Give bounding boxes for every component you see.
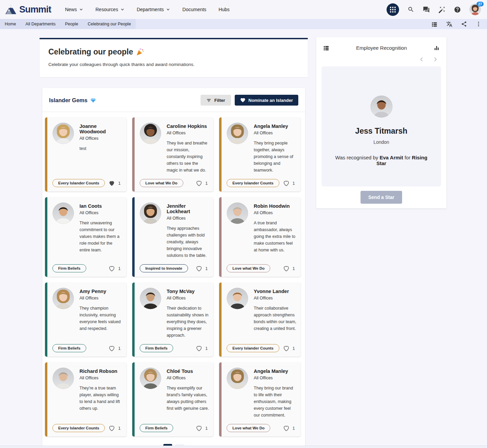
carousel-next-icon[interactable]: [433, 57, 438, 62]
nav-menus: NewsResourcesDepartmentsDocumentsHubs: [60, 4, 235, 15]
breadcrumb-item[interactable]: Home: [0, 19, 21, 29]
value-badge: Firm Beliefs: [52, 344, 86, 352]
share-icon[interactable]: [461, 21, 467, 27]
likes: 1: [283, 345, 297, 352]
person-name: Angela Manley: [254, 124, 297, 129]
card-footer: Love what We Do 1: [227, 259, 297, 272]
card-top: Richard Robson All Offices They're a tru…: [52, 367, 122, 412]
person-name: Jennifer Lockheart: [167, 203, 210, 214]
bar-chart-icon[interactable]: [434, 45, 440, 51]
person-office: All Offices: [79, 210, 122, 215]
person-office: All Offices: [167, 376, 210, 380]
like-count: 1: [293, 346, 295, 351]
avatar: [227, 122, 248, 144]
heart-icon[interactable]: [108, 180, 115, 187]
like-count: 1: [205, 181, 208, 186]
recognition-text: Their unwavering commitment to our value…: [79, 220, 122, 253]
value-badge: Every Islander Counts: [227, 344, 279, 352]
nav-menu-documents[interactable]: Documents: [177, 4, 211, 15]
recognition-card: Caroline Hopkins All Offices They live a…: [132, 117, 214, 192]
nav-menu-departments[interactable]: Departments: [132, 4, 175, 15]
likes: 1: [195, 345, 209, 352]
like-count: 1: [118, 181, 120, 186]
person-name: Chloé Tous: [167, 368, 210, 374]
avatar: [52, 202, 74, 224]
employee-recognition-widget: Employee Recognition Jess Titmarsh Londo…: [316, 37, 446, 208]
person-office: All Offices: [167, 131, 210, 135]
heart-icon[interactable]: [195, 265, 203, 272]
kebab-menu-icon[interactable]: [476, 21, 482, 27]
person-name: Robin Hoodwin: [254, 203, 297, 209]
value-badge: Love what We Do: [140, 179, 183, 187]
send-a-star-button[interactable]: Send a Star: [361, 191, 402, 204]
nav-menu-news[interactable]: News: [60, 4, 88, 15]
nav-menu-hubs[interactable]: Hubs: [213, 4, 235, 15]
chevron-down-icon: [166, 7, 170, 12]
recognition-text: They exemplify our brand's family values…: [167, 385, 210, 412]
search-icon[interactable]: [408, 6, 414, 13]
heart-icon[interactable]: [108, 425, 115, 432]
breadcrumb-item[interactable]: Celebrating our People: [83, 19, 136, 29]
user-avatar[interactable]: 27: [469, 4, 481, 15]
heart-icon[interactable]: [283, 425, 290, 432]
likes: 1: [108, 425, 122, 432]
carousel-prev-icon[interactable]: [419, 57, 424, 62]
help-icon[interactable]: [454, 6, 461, 13]
card-text-column: Caroline Hopkins All Offices They live a…: [167, 122, 210, 174]
list-view-icon[interactable]: [431, 21, 438, 27]
recognition-text: They live and breathe our mission, const…: [167, 140, 210, 174]
heart-icon[interactable]: [283, 265, 290, 272]
page-subtitle: Celebrate your colleagues through quick …: [48, 62, 299, 67]
heart-icon[interactable]: [108, 345, 115, 352]
breadcrumb-bar: HomeAll DepartmentsPeopleCelebrating our…: [0, 19, 487, 29]
avatar: [140, 202, 161, 224]
translate-icon[interactable]: [446, 21, 453, 27]
card-top: Angela Manley All Offices They bring our…: [227, 367, 297, 419]
heart-icon[interactable]: [108, 265, 115, 272]
card-footer: Firm Beliefs 1: [140, 419, 210, 432]
heart-icon[interactable]: [195, 345, 203, 352]
like-count: 1: [293, 181, 295, 186]
card-footer: Love what We Do 1: [140, 174, 210, 187]
breadcrumb-item[interactable]: People: [60, 19, 83, 29]
card-text-column: Joanne Woodwood All Offices test: [79, 122, 122, 152]
list-icon[interactable]: [323, 45, 329, 51]
recognition-text: test: [79, 145, 122, 152]
breadcrumb: HomeAll DepartmentsPeopleCelebrating our…: [0, 19, 136, 29]
nominate-button[interactable]: Nominate an Islander: [235, 95, 298, 106]
like-count: 1: [118, 346, 120, 351]
nominate-button-label: Nominate an Islander: [249, 98, 293, 103]
value-badge: Inspired to Innovate: [140, 264, 188, 272]
recognition-text: A true brand ambassador, always going th…: [254, 220, 297, 253]
summit-logo[interactable]: Summit: [5, 4, 51, 15]
like-count: 1: [205, 346, 208, 351]
card-top: Robin Hoodwin All Offices A true brand a…: [227, 202, 297, 253]
recognition-card: Angela Manley All Offices They bring peo…: [219, 117, 301, 192]
card-text-column: Amy Penny All Offices They champion incl…: [79, 288, 122, 332]
apps-grid-button[interactable]: [387, 3, 399, 16]
value-badge: Firm Beliefs: [52, 264, 86, 272]
left-column: Celebrating our people Celebrate your co…: [40, 29, 308, 448]
magic-wand-icon[interactable]: [438, 6, 445, 13]
breadcrumb-item[interactable]: All Departments: [21, 19, 60, 29]
heart-icon[interactable]: [195, 180, 203, 187]
likes: 1: [108, 180, 122, 187]
card-top: Yvonne Lander All Offices Their collabor…: [227, 288, 297, 332]
cards-grid: Joanne Woodwood All Offices test Every I…: [42, 112, 305, 439]
widget-title: Employee Recognition: [329, 45, 434, 51]
heart-icon[interactable]: [283, 180, 290, 187]
likes: 1: [283, 425, 297, 432]
heart-icon[interactable]: [283, 345, 290, 352]
mountain-logo-icon: [5, 4, 17, 15]
card-footer: Every Islander Counts 1: [227, 174, 297, 187]
like-count: 1: [118, 426, 120, 431]
nav-menu-resources[interactable]: Resources: [90, 4, 130, 15]
recognition-text: They're a true team player, always willi…: [79, 385, 122, 412]
chat-icon[interactable]: [423, 6, 430, 13]
heart-icon[interactable]: [195, 425, 203, 432]
chevron-down-icon: [79, 7, 83, 12]
person-office: All Offices: [254, 296, 297, 300]
filter-button[interactable]: Filter: [201, 95, 231, 106]
nav-right-icons: 27: [387, 3, 481, 16]
card-text-column: Ian Coots All Offices Their unwavering c…: [79, 202, 122, 253]
